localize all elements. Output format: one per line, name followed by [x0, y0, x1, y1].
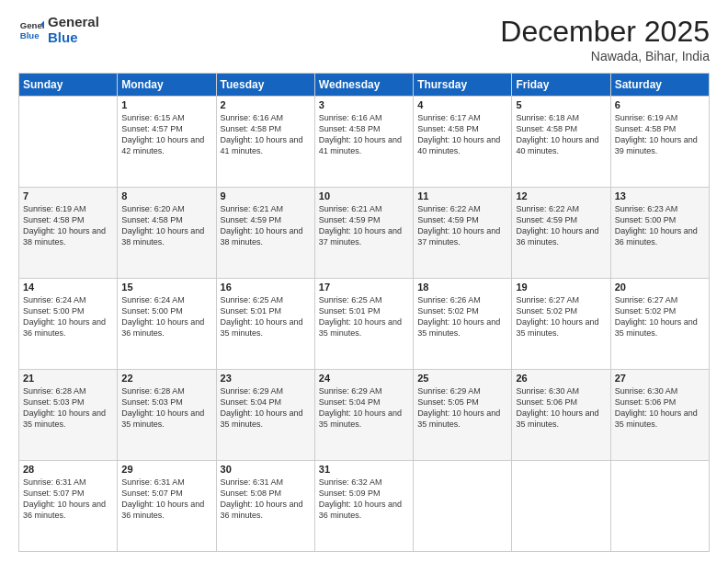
logo-general: General — [48, 15, 99, 30]
day-cell: 28Sunrise: 6:31 AMSunset: 5:07 PMDayligh… — [19, 461, 118, 552]
day-number: 11 — [417, 190, 507, 201]
day-info: Sunrise: 6:22 AMSunset: 4:59 PMDaylight:… — [417, 203, 507, 248]
day-info: Sunrise: 6:18 AMSunset: 4:58 PMDaylight:… — [516, 112, 606, 157]
day-cell: 18Sunrise: 6:26 AMSunset: 5:02 PMDayligh… — [414, 279, 512, 370]
day-info: Sunrise: 6:17 AMSunset: 4:58 PMDaylight:… — [417, 112, 507, 157]
day-cell: 9Sunrise: 6:21 AMSunset: 4:59 PMDaylight… — [216, 188, 314, 279]
logo-blue: Blue — [48, 30, 99, 46]
day-number: 29 — [121, 464, 211, 475]
day-cell — [414, 461, 512, 552]
day-number: 4 — [417, 99, 507, 110]
day-number: 3 — [319, 99, 409, 110]
day-number: 15 — [121, 282, 211, 293]
day-cell: 16Sunrise: 6:25 AMSunset: 5:01 PMDayligh… — [216, 279, 314, 370]
weekday-header-row: SundayMondayTuesdayWednesdayThursdayFrid… — [19, 74, 710, 97]
day-cell: 4Sunrise: 6:17 AMSunset: 4:58 PMDaylight… — [414, 97, 512, 188]
calendar-page: General Blue General Blue December 2025 … — [0, 0, 728, 563]
day-info: Sunrise: 6:29 AMSunset: 5:05 PMDaylight:… — [417, 385, 507, 431]
location: Nawada, Bihar, India — [500, 49, 710, 63]
day-cell: 25Sunrise: 6:29 AMSunset: 5:05 PMDayligh… — [414, 370, 512, 461]
day-number: 14 — [23, 282, 113, 293]
day-number: 13 — [615, 190, 705, 201]
calendar-body: 1Sunrise: 6:15 AMSunset: 4:57 PMDaylight… — [19, 97, 710, 552]
day-number: 23 — [221, 373, 311, 384]
day-cell: 23Sunrise: 6:29 AMSunset: 5:04 PMDayligh… — [216, 370, 314, 461]
day-cell: 3Sunrise: 6:16 AMSunset: 4:58 PMDaylight… — [314, 97, 413, 188]
week-row-3: 14Sunrise: 6:24 AMSunset: 5:00 PMDayligh… — [19, 279, 710, 370]
weekday-header-monday: Monday — [118, 74, 216, 97]
day-cell: 2Sunrise: 6:16 AMSunset: 4:58 PMDaylight… — [216, 97, 314, 188]
day-info: Sunrise: 6:19 AMSunset: 4:58 PMDaylight:… — [615, 112, 705, 157]
day-number: 1 — [121, 99, 211, 110]
weekday-header-tuesday: Tuesday — [216, 74, 314, 97]
day-cell: 5Sunrise: 6:18 AMSunset: 4:58 PMDaylight… — [512, 97, 610, 188]
day-number: 19 — [516, 282, 606, 293]
day-info: Sunrise: 6:16 AMSunset: 4:58 PMDaylight:… — [319, 112, 409, 157]
day-info: Sunrise: 6:19 AMSunset: 4:58 PMDaylight:… — [23, 203, 113, 248]
day-cell: 10Sunrise: 6:21 AMSunset: 4:59 PMDayligh… — [314, 188, 413, 279]
day-info: Sunrise: 6:25 AMSunset: 5:01 PMDaylight:… — [319, 294, 409, 339]
day-cell: 26Sunrise: 6:30 AMSunset: 5:06 PMDayligh… — [512, 370, 610, 461]
day-number: 25 — [417, 373, 507, 384]
day-info: Sunrise: 6:16 AMSunset: 4:58 PMDaylight:… — [221, 112, 311, 157]
week-row-4: 21Sunrise: 6:28 AMSunset: 5:03 PMDayligh… — [19, 370, 710, 461]
day-number: 30 — [221, 464, 311, 475]
day-info: Sunrise: 6:31 AMSunset: 5:08 PMDaylight:… — [221, 477, 311, 522]
day-cell: 22Sunrise: 6:28 AMSunset: 5:03 PMDayligh… — [118, 370, 216, 461]
month-title: December 2025 — [500, 15, 710, 49]
day-cell: 17Sunrise: 6:25 AMSunset: 5:01 PMDayligh… — [314, 279, 413, 370]
day-info: Sunrise: 6:28 AMSunset: 5:03 PMDaylight:… — [23, 385, 113, 431]
day-cell: 20Sunrise: 6:27 AMSunset: 5:02 PMDayligh… — [610, 279, 709, 370]
day-number: 27 — [615, 373, 705, 384]
day-cell — [512, 461, 610, 552]
day-cell: 29Sunrise: 6:31 AMSunset: 5:07 PMDayligh… — [118, 461, 216, 552]
day-number: 5 — [516, 99, 606, 110]
svg-text:Blue: Blue — [20, 29, 40, 40]
day-info: Sunrise: 6:29 AMSunset: 5:04 PMDaylight:… — [221, 385, 311, 431]
day-info: Sunrise: 6:23 AMSunset: 5:00 PMDaylight:… — [615, 203, 705, 248]
day-number: 10 — [319, 190, 409, 201]
weekday-header-friday: Friday — [512, 74, 610, 97]
logo: General Blue General Blue — [18, 15, 99, 45]
day-info: Sunrise: 6:21 AMSunset: 4:59 PMDaylight:… — [319, 203, 409, 248]
day-number: 2 — [221, 99, 311, 110]
day-info: Sunrise: 6:22 AMSunset: 4:59 PMDaylight:… — [516, 203, 606, 248]
day-info: Sunrise: 6:32 AMSunset: 5:09 PMDaylight:… — [319, 477, 409, 522]
day-info: Sunrise: 6:28 AMSunset: 5:03 PMDaylight:… — [121, 385, 211, 431]
day-number: 6 — [615, 99, 705, 110]
logo-icon: General Blue — [18, 17, 44, 43]
day-cell — [610, 461, 709, 552]
day-info: Sunrise: 6:26 AMSunset: 5:02 PMDaylight:… — [417, 294, 507, 339]
day-cell: 15Sunrise: 6:24 AMSunset: 5:00 PMDayligh… — [118, 279, 216, 370]
day-info: Sunrise: 6:31 AMSunset: 5:07 PMDaylight:… — [121, 477, 211, 522]
day-cell: 1Sunrise: 6:15 AMSunset: 4:57 PMDaylight… — [118, 97, 216, 188]
calendar-table: SundayMondayTuesdayWednesdayThursdayFrid… — [18, 73, 710, 552]
day-number: 24 — [319, 373, 409, 384]
day-cell: 31Sunrise: 6:32 AMSunset: 5:09 PMDayligh… — [314, 461, 413, 552]
day-number: 16 — [221, 282, 311, 293]
day-number: 7 — [23, 190, 113, 201]
day-number: 8 — [121, 190, 211, 201]
day-cell: 24Sunrise: 6:29 AMSunset: 5:04 PMDayligh… — [314, 370, 413, 461]
day-number: 9 — [221, 190, 311, 201]
week-row-2: 7Sunrise: 6:19 AMSunset: 4:58 PMDaylight… — [19, 188, 710, 279]
day-number: 12 — [516, 190, 606, 201]
day-info: Sunrise: 6:24 AMSunset: 5:00 PMDaylight:… — [23, 294, 113, 339]
day-info: Sunrise: 6:21 AMSunset: 4:59 PMDaylight:… — [221, 203, 311, 248]
day-cell: 13Sunrise: 6:23 AMSunset: 5:00 PMDayligh… — [610, 188, 709, 279]
day-info: Sunrise: 6:31 AMSunset: 5:07 PMDaylight:… — [23, 477, 113, 522]
header: General Blue General Blue December 2025 … — [18, 15, 710, 63]
day-cell: 27Sunrise: 6:30 AMSunset: 5:06 PMDayligh… — [610, 370, 709, 461]
day-cell: 8Sunrise: 6:20 AMSunset: 4:58 PMDaylight… — [118, 188, 216, 279]
day-number: 28 — [23, 464, 113, 475]
day-cell: 6Sunrise: 6:19 AMSunset: 4:58 PMDaylight… — [610, 97, 709, 188]
day-cell: 21Sunrise: 6:28 AMSunset: 5:03 PMDayligh… — [19, 370, 118, 461]
day-number: 31 — [319, 464, 409, 475]
day-info: Sunrise: 6:24 AMSunset: 5:00 PMDaylight:… — [121, 294, 211, 339]
title-block: December 2025 Nawada, Bihar, India — [500, 15, 710, 63]
weekday-header-saturday: Saturday — [610, 74, 709, 97]
week-row-1: 1Sunrise: 6:15 AMSunset: 4:57 PMDaylight… — [19, 97, 710, 188]
day-info: Sunrise: 6:25 AMSunset: 5:01 PMDaylight:… — [221, 294, 311, 339]
day-cell: 7Sunrise: 6:19 AMSunset: 4:58 PMDaylight… — [19, 188, 118, 279]
day-cell — [19, 97, 118, 188]
